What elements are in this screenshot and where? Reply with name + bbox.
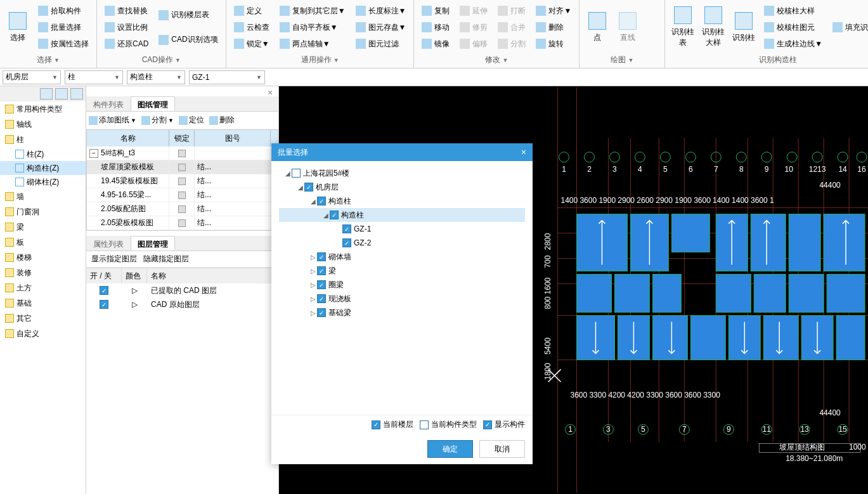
copy-to-layer[interactable]: 复制到其它层 ▼: [277, 3, 348, 18]
point-button[interactable]: 点: [582, 1, 612, 53]
component-combo[interactable]: GZ-1▼: [189, 70, 265, 84]
show-components-check[interactable]: ✓显示构件: [483, 419, 525, 430]
tree-common-types[interactable]: 常用构件类型: [0, 101, 86, 117]
recognize-floor-table[interactable]: 识别楼层表: [156, 8, 220, 23]
tab-drawing-manage[interactable]: 图纸管理: [131, 96, 175, 111]
layer-row[interactable]: ✓▷CAD 原始图层: [86, 297, 278, 311]
find-replace[interactable]: 查找替换: [102, 3, 151, 18]
define[interactable]: 定义: [231, 3, 272, 18]
tree-custom[interactable]: 自定义: [0, 326, 86, 341]
lock[interactable]: 锁定 ▼: [231, 36, 272, 51]
checkbox-icon[interactable]: ✓: [317, 294, 326, 303]
tree-node-sub[interactable]: ◢✓构造柱: [279, 208, 525, 222]
tree-beam[interactable]: 梁: [0, 219, 86, 235]
cloud-check[interactable]: 云检查: [231, 20, 272, 35]
checkbox-icon[interactable]: ✓: [100, 286, 108, 295]
tree-axis[interactable]: 轴线: [0, 117, 86, 132]
fill-recognize-column[interactable]: 填充识别柱: [830, 20, 868, 35]
tab-property-list[interactable]: 属性列表: [86, 236, 131, 250]
generate-column-edge[interactable]: 生成柱边线 ▼: [761, 36, 825, 51]
checkbox-icon[interactable]: ✓: [317, 197, 326, 205]
lock-icon[interactable]: [178, 164, 186, 171]
tree-node-other[interactable]: ▷✓圈梁: [279, 278, 525, 292]
check-column-detail[interactable]: 校核柱大样: [761, 3, 825, 18]
current-type-check[interactable]: 当前构件类型: [420, 419, 477, 430]
lock-icon[interactable]: [178, 178, 186, 185]
element-filter[interactable]: 图元过滤: [353, 36, 409, 51]
close-icon[interactable]: ×: [265, 88, 275, 98]
select-button[interactable]: 选择: [3, 1, 33, 53]
tree-node-leaf[interactable]: ✓GZ-2: [279, 236, 525, 250]
tree-node-floor[interactable]: ◢✓机房层: [279, 180, 525, 194]
two-point-axis[interactable]: 两点辅轴 ▼: [277, 36, 348, 51]
grid-row[interactable]: 2.05板配筋图结...: [87, 202, 278, 216]
add-drawing[interactable]: 添加图纸 ▼: [89, 115, 136, 126]
card-view-icon[interactable]: [70, 88, 83, 100]
tree-sub-masonry-column[interactable]: 砌体柱(Z): [0, 175, 86, 189]
tree-node-cat[interactable]: ◢✓构造柱: [279, 194, 525, 208]
set-scale[interactable]: 设置比例: [102, 20, 151, 35]
move[interactable]: 移动: [419, 20, 452, 35]
check-column-element[interactable]: 校核柱图元: [761, 20, 825, 35]
locate-drawing[interactable]: 定位: [179, 115, 204, 126]
checkbox-icon[interactable]: [292, 169, 301, 178]
grid-row[interactable]: −5#结构_t3: [87, 146, 278, 160]
cad-recognize-options[interactable]: CAD识别选项: [156, 32, 220, 48]
tree-foundation[interactable]: 基础: [0, 296, 86, 311]
list-view-icon[interactable]: [55, 88, 68, 100]
tree-door-window[interactable]: 门窗洞: [0, 204, 86, 219]
split-drawing[interactable]: 分割 ▼: [141, 115, 174, 126]
tree-sub-column[interactable]: 柱(Z): [0, 147, 86, 161]
checkbox-icon[interactable]: ✓: [317, 280, 326, 289]
align[interactable]: 对齐 ▼: [533, 3, 574, 18]
select-by-property[interactable]: 按属性选择: [36, 36, 91, 51]
delete[interactable]: 删除: [533, 20, 574, 35]
delete-drawing[interactable]: 删除: [209, 115, 235, 126]
checkbox-icon[interactable]: ✓: [317, 266, 326, 275]
lock-icon[interactable]: [178, 219, 186, 227]
checkbox-icon[interactable]: ✓: [317, 252, 326, 261]
tab-layer-manage[interactable]: 图层管理: [131, 236, 175, 250]
checkbox-icon[interactable]: ✓: [100, 300, 108, 309]
cancel-button[interactable]: 取消: [479, 440, 525, 458]
rotate[interactable]: 旋转: [533, 36, 574, 51]
tree-sub-construct-column[interactable]: 构造柱(Z): [0, 161, 86, 175]
grid-row[interactable]: 4.95-16.55梁...结...: [87, 188, 278, 202]
pick-component[interactable]: 拾取构件: [36, 3, 91, 18]
floor-combo[interactable]: 机房层▼: [3, 70, 61, 84]
tree-slab[interactable]: 板: [0, 235, 86, 250]
recognize-column-detail[interactable]: 识别柱大样: [698, 1, 729, 53]
tree-earthwork[interactable]: 土方: [0, 280, 86, 296]
checkbox-icon[interactable]: ✓: [342, 238, 351, 247]
current-floor-check[interactable]: ✓当前楼层: [372, 419, 413, 430]
restore-cad[interactable]: 还原CAD: [102, 36, 151, 51]
checkbox-icon[interactable]: ✓: [317, 308, 326, 317]
lock-icon[interactable]: [178, 150, 186, 157]
grid-row[interactable]: 坡屋顶梁板模板结...: [87, 160, 278, 174]
tree-node-other[interactable]: ▷✓梁: [279, 264, 525, 278]
element-save[interactable]: 图元存盘 ▼: [353, 20, 409, 35]
tree-wall[interactable]: 墙: [0, 189, 86, 204]
recognize-column-table[interactable]: 识别柱表: [668, 1, 698, 53]
layer-row[interactable]: ✓▷已提取的 CAD 图层: [86, 283, 278, 297]
checkbox-icon[interactable]: ✓: [342, 224, 351, 233]
checkbox-icon[interactable]: ✓: [304, 183, 313, 192]
grid-row[interactable]: 19.45梁板模板图结...: [87, 174, 278, 188]
recognize-column[interactable]: 识别柱: [729, 1, 759, 53]
tree-node-other[interactable]: ▷✓砌体墙: [279, 250, 525, 264]
lock-icon[interactable]: [178, 192, 186, 199]
tree-node-leaf[interactable]: ✓GZ-1: [279, 222, 525, 236]
tree-decoration[interactable]: 装修: [0, 265, 86, 280]
hide-layer[interactable]: 隐藏指定图层: [143, 254, 189, 264]
grid-row[interactable]: 2.05梁板模板图结...: [87, 216, 278, 230]
tree-node-root[interactable]: ◢上海花园5#楼: [279, 166, 525, 180]
batch-select[interactable]: 批量选择: [36, 20, 91, 35]
tree-stair[interactable]: 楼梯: [0, 250, 86, 265]
mirror[interactable]: 镜像: [419, 36, 452, 51]
lock-icon[interactable]: [178, 205, 186, 213]
line-button[interactable]: 直线: [612, 1, 643, 53]
dialog-close-icon[interactable]: ×: [521, 147, 526, 157]
auto-level-slab[interactable]: 自动平齐板 ▼: [277, 20, 348, 35]
tree-node-other[interactable]: ▷✓现浇板: [279, 292, 525, 306]
pin-icon[interactable]: [40, 88, 53, 100]
